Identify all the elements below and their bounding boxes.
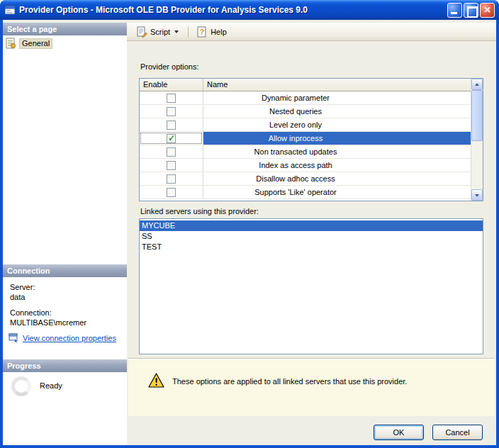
linked-servers-listbox[interactable]: MYCUBESSTEST xyxy=(139,218,483,354)
list-item[interactable]: SS xyxy=(140,231,483,242)
connection-header: Connection xyxy=(3,264,127,277)
progress-header: Progress xyxy=(3,359,127,372)
script-button-label: Script xyxy=(150,28,170,36)
grid-row[interactable]: Index as access path xyxy=(140,159,471,172)
grid-row[interactable]: Level zero only xyxy=(140,118,471,132)
window-controls xyxy=(447,3,495,18)
select-a-page-header: Select a page xyxy=(3,23,127,35)
linked-servers-label: Linked servers using this provider: xyxy=(140,207,259,215)
cancel-button[interactable]: Cancel xyxy=(432,425,483,440)
enable-checkbox[interactable] xyxy=(167,147,176,157)
option-name-cell[interactable]: Non transacted updates xyxy=(203,145,471,158)
sidebar-item-label: General xyxy=(19,38,52,49)
grid-header: Enable Name xyxy=(140,79,471,91)
grid-row[interactable]: Disallow adhoc access xyxy=(140,172,471,186)
enable-cell[interactable] xyxy=(140,118,203,131)
dialog-body: Select a page General Connec xyxy=(3,20,496,445)
script-button[interactable]: Script xyxy=(133,24,184,40)
scroll-down-icon[interactable] xyxy=(471,189,483,201)
enable-cell[interactable] xyxy=(140,172,203,185)
toolbar: Script ? Help xyxy=(127,23,496,41)
list-item[interactable]: TEST xyxy=(140,242,483,252)
option-name: Nested queries xyxy=(203,107,388,116)
progress-status: Ready xyxy=(40,381,62,390)
enable-checkbox[interactable] xyxy=(167,134,176,143)
script-icon xyxy=(136,26,147,38)
warning-icon xyxy=(148,373,164,388)
warning-text: These options are applied to all linked … xyxy=(172,377,481,386)
enable-checkbox[interactable] xyxy=(167,188,176,197)
enable-cell[interactable] xyxy=(140,132,203,145)
enable-checkbox[interactable] xyxy=(167,121,176,130)
option-name-cell[interactable]: Level zero only xyxy=(203,118,471,131)
warning-strip: These options are applied to all linked … xyxy=(128,358,495,416)
connection-panel: Server: data Connection: MULTIBASE\mcrem… xyxy=(3,277,127,359)
connection-value: MULTIBASE\mcremer xyxy=(10,318,86,327)
close-button[interactable] xyxy=(480,3,495,18)
sidebar-item-general[interactable]: General xyxy=(3,35,127,49)
minimize-button[interactable] xyxy=(447,3,462,18)
option-name: Dynamic parameter xyxy=(203,94,388,102)
option-name-cell[interactable]: Index as access path xyxy=(203,159,471,172)
grid-row[interactable]: Non transacted updates xyxy=(140,145,471,159)
connection-properties-icon xyxy=(9,332,19,343)
option-name: Index as access path xyxy=(203,161,388,169)
enable-cell[interactable] xyxy=(140,186,203,198)
window-title: Provider Options - Microsoft OLE DB Prov… xyxy=(19,5,444,15)
toolbar-separator xyxy=(188,26,189,38)
enable-checkbox[interactable] xyxy=(167,94,176,103)
help-button[interactable]: ? Help xyxy=(193,24,232,40)
server-value: data xyxy=(10,293,25,301)
option-name-cell[interactable]: Nested queries xyxy=(203,105,471,118)
view-connection-properties-text: View connection properties xyxy=(23,334,116,342)
scrollbar-thumb[interactable] xyxy=(471,90,483,141)
provider-options-label: Provider options: xyxy=(140,62,199,71)
grid-inner: Enable Name Dynamic parameterNested quer… xyxy=(140,79,471,201)
help-icon: ? xyxy=(196,26,208,38)
enable-cell[interactable] xyxy=(140,145,203,158)
sidebar: Select a page General Connec xyxy=(3,20,127,445)
enable-cell[interactable] xyxy=(140,105,203,118)
option-name-cell[interactable]: Disallow adhoc access xyxy=(203,172,471,185)
option-name-cell[interactable]: Supports 'Like' operator xyxy=(203,186,471,198)
provider-options-grid: Enable Name Dynamic parameterNested quer… xyxy=(139,78,483,201)
dialog-icon xyxy=(4,4,16,16)
grid-row[interactable]: Supports 'Like' operator xyxy=(140,186,471,199)
server-label: Server: xyxy=(10,283,35,291)
list-item[interactable]: MYCUBE xyxy=(140,220,483,231)
column-header-name[interactable]: Name xyxy=(203,79,471,91)
grid-scrollbar[interactable] xyxy=(471,79,483,201)
option-name: Supports 'Like' operator xyxy=(203,188,388,196)
scroll-up-icon[interactable] xyxy=(471,79,483,90)
enable-cell[interactable] xyxy=(140,91,203,104)
grid-row[interactable]: Allow inprocess xyxy=(140,132,471,145)
grid-row[interactable]: Dynamic parameter xyxy=(140,91,471,105)
pages-panel: General xyxy=(3,35,127,264)
enable-checkbox[interactable] xyxy=(167,107,176,116)
enable-cell[interactable] xyxy=(140,159,203,172)
option-name: Level zero only xyxy=(203,121,388,129)
option-name: Disallow adhoc access xyxy=(203,174,388,183)
option-name-cell[interactable]: Dynamic parameter xyxy=(203,91,471,104)
option-name: Non transacted updates xyxy=(203,147,388,156)
help-button-label: Help xyxy=(211,28,227,36)
option-name-cell[interactable]: Allow inprocess xyxy=(203,132,471,145)
connection-label: Connection: xyxy=(10,308,52,317)
title-bar[interactable]: Provider Options - Microsoft OLE DB Prov… xyxy=(0,0,499,20)
progress-ring-icon xyxy=(11,376,31,396)
svg-text:?: ? xyxy=(200,28,205,36)
main-panel: Script ? Help Provider options: xyxy=(127,20,496,445)
enable-checkbox[interactable] xyxy=(167,174,176,184)
grid-row[interactable]: Nested queries xyxy=(140,105,471,118)
progress-panel: Ready xyxy=(3,372,127,445)
view-connection-properties-link[interactable]: View connection properties xyxy=(9,332,116,343)
ok-button[interactable]: OK xyxy=(374,425,424,440)
maximize-button[interactable] xyxy=(464,3,478,18)
provider-options-dialog: Provider Options - Microsoft OLE DB Prov… xyxy=(0,0,499,448)
chevron-down-icon xyxy=(174,30,179,33)
properties-page-icon xyxy=(5,38,16,49)
option-name: Allow inprocess xyxy=(203,134,388,142)
provider-options-grid-body: Dynamic parameterNested queriesLevel zer… xyxy=(140,91,471,199)
enable-checkbox[interactable] xyxy=(167,161,176,170)
column-header-enable[interactable]: Enable xyxy=(140,79,203,91)
